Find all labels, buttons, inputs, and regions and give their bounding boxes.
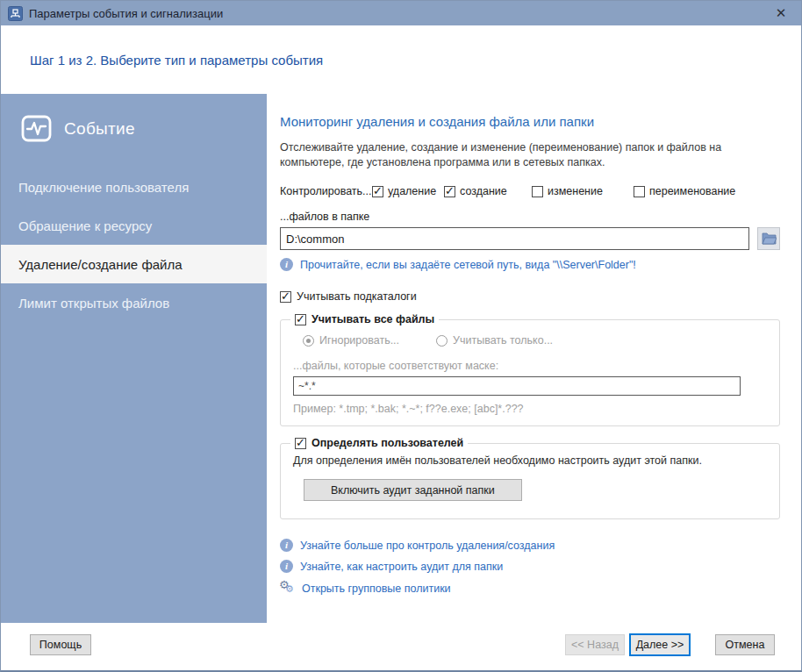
back-button[interactable]: << Назад <box>565 634 625 655</box>
event-parameters-dialog: Параметры события и сигнализации ✕ Шаг 1… <box>0 0 802 672</box>
monitor-options-row: Контролировать... удаление создание изме… <box>280 185 780 197</box>
mask-field-label: ...файлы, которые соответствуют маске: <box>293 360 769 372</box>
folder-icon <box>762 232 777 245</box>
checkbox-modification[interactable]: изменение <box>532 185 634 197</box>
main-panel: Мониторинг удаления и создания файла или… <box>267 94 801 623</box>
link-label: Прочитайте, если вы задаёте сетевой путь… <box>300 259 636 271</box>
folder-path-input[interactable] <box>280 227 749 250</box>
page-description: Отслеживайте удаление, создание и измене… <box>280 140 780 170</box>
checkbox-box[interactable] <box>634 186 645 197</box>
checkbox-label: изменение <box>548 185 603 197</box>
radio-circle[interactable] <box>303 335 314 347</box>
wizard-step-header: Шаг 1 из 2. Выберите тип и параметры соб… <box>1 25 801 94</box>
monitor-label: Контролировать... <box>280 185 372 197</box>
sidebar-item-label: Лимит открытых файлов <box>18 296 169 311</box>
sidebar: Событие Подключение пользователя Обращен… <box>1 94 267 623</box>
checkbox-box[interactable] <box>444 186 455 197</box>
checkbox-deletion[interactable]: удаление <box>372 185 444 197</box>
checkbox-label: создание <box>460 185 507 197</box>
sidebar-section-title: Событие <box>64 119 135 139</box>
checkbox-label: Учитывать подкаталоги <box>297 290 417 303</box>
link-label: Открыть групповые политики <box>302 583 451 595</box>
info-icon: i <box>280 560 293 573</box>
checkbox-rename[interactable]: переименование <box>634 185 735 197</box>
enable-audit-button[interactable]: Включить аудит заданной папки <box>304 479 522 501</box>
checkbox-label: переименование <box>649 185 735 197</box>
folder-path-row <box>280 227 780 250</box>
mask-example-hint: Пример: *.tmp; *.bak; *.~*; f??e.exe; [a… <box>293 403 769 415</box>
cancel-button[interactable]: Отмена <box>715 634 775 655</box>
checkbox-box[interactable] <box>532 186 543 197</box>
checkbox-creation[interactable]: создание <box>444 185 532 197</box>
sidebar-item-label: Обращение к ресурсу <box>18 218 152 233</box>
detect-users-group: Определять пользователей Для определения… <box>280 437 780 519</box>
network-path-hint-link[interactable]: i Прочитайте, если вы задаёте сетевой пу… <box>280 258 780 271</box>
browse-folder-button[interactable] <box>757 227 780 250</box>
checkbox-label: удаление <box>388 185 436 197</box>
checkbox-box[interactable] <box>295 438 306 449</box>
sidebar-item-label: Удаление/создание файла <box>18 257 183 272</box>
link-label: Узнайте, как настроить аудит для папки <box>300 561 503 573</box>
help-links: i Узнайте больше про контроль удаления/с… <box>280 539 780 596</box>
checkbox-box[interactable] <box>372 186 383 197</box>
radio-circle[interactable] <box>436 335 448 347</box>
checkbox-box[interactable] <box>280 291 291 303</box>
checkbox-box[interactable] <box>295 314 306 325</box>
link-about-monitoring[interactable]: i Узнайте больше про контроль удаления/с… <box>280 539 780 552</box>
folder-field-label: ...файлов в папке <box>280 211 780 223</box>
link-label: Узнайте больше про контроль удаления/соз… <box>300 540 555 552</box>
link-audit-setup[interactable]: i Узнайте, как настроить аудит для папки <box>280 560 780 573</box>
radio-label: Игнорировать... <box>319 334 399 347</box>
next-button[interactable]: Далее >> <box>629 633 691 656</box>
sidebar-item-label: Подключение пользователя <box>18 180 189 195</box>
file-mask-input[interactable] <box>293 376 741 396</box>
footer-bar: Помощь << Назад Далее >> Отмена <box>1 623 801 670</box>
radio-label: Учитывать только... <box>453 334 553 347</box>
info-icon: i <box>280 258 293 271</box>
detect-users-group-legend[interactable]: Определять пользователей <box>290 437 468 449</box>
mask-mode-radios: Игнорировать... Учитывать только... <box>303 334 769 347</box>
sidebar-header: Событие <box>20 112 267 145</box>
subdirectories-checkbox[interactable]: Учитывать подкаталоги <box>280 290 780 303</box>
help-button[interactable]: Помощь <box>30 634 91 655</box>
all-files-group: Учитывать все файлы Игнорировать... Учит… <box>280 313 780 426</box>
titlebar: Параметры события и сигнализации ✕ <box>1 1 801 25</box>
audit-requirement-text: Для определения имён пользователей необх… <box>293 454 769 467</box>
page-title: Мониторинг удаления и создания файла или… <box>280 113 780 131</box>
link-group-policies[interactable]: ⚙ ⚙ Открыть групповые политики <box>280 581 780 596</box>
all-files-group-legend[interactable]: Учитывать все файлы <box>290 313 439 325</box>
sidebar-item-file-delete-create[interactable]: Удаление/создание файла <box>1 245 267 283</box>
group-checkbox-label: Учитывать все файлы <box>311 313 434 325</box>
sidebar-item-user-connection[interactable]: Подключение пользователя <box>1 168 267 206</box>
radio-include-only[interactable]: Учитывать только... <box>436 334 553 347</box>
info-icon: i <box>280 539 293 552</box>
group-checkbox-label: Определять пользователей <box>311 437 463 449</box>
radio-ignore[interactable]: Игнорировать... <box>303 334 436 347</box>
step-title: Шаг 1 из 2. Выберите тип и параметры соб… <box>30 53 323 68</box>
event-pulse-icon <box>20 112 53 145</box>
window-title: Параметры события и сигнализации <box>29 7 223 20</box>
close-icon[interactable]: ✕ <box>768 1 794 25</box>
app-network-icon <box>8 6 23 21</box>
sidebar-item-open-files-limit[interactable]: Лимит открытых файлов <box>1 283 267 322</box>
sidebar-item-resource-access[interactable]: Обращение к ресурсу <box>1 206 267 245</box>
gears-icon: ⚙ ⚙ <box>280 581 295 596</box>
